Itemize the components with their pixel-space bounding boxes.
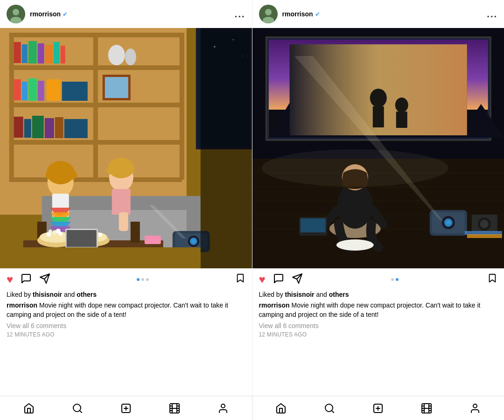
svg-point-119 bbox=[480, 220, 488, 228]
svg-rect-22 bbox=[14, 79, 21, 100]
more-button-right[interactable]: ... bbox=[487, 9, 497, 20]
likes-row-right: Liked by thisisnoir and others bbox=[259, 291, 498, 298]
avatar-right[interactable] bbox=[259, 5, 278, 23]
svg-point-53 bbox=[107, 166, 115, 175]
nav-reels-left[interactable] bbox=[169, 403, 180, 414]
dots-indicator-right bbox=[310, 278, 480, 281]
dot-3-left bbox=[146, 278, 149, 281]
svg-rect-33 bbox=[45, 118, 54, 138]
svg-rect-123 bbox=[300, 218, 325, 232]
svg-rect-10 bbox=[9, 33, 14, 180]
post-header-right: rmorrison ✔ ... bbox=[252, 0, 504, 28]
svg-rect-16 bbox=[38, 43, 44, 63]
username-right[interactable]: rmorrison bbox=[282, 10, 313, 18]
svg-rect-13 bbox=[14, 42, 21, 63]
view-comments-left[interactable]: View all 6 comments bbox=[7, 322, 245, 329]
svg-rect-17 bbox=[45, 45, 53, 63]
heart-icon-right[interactable]: ♥ bbox=[259, 274, 266, 285]
svg-rect-31 bbox=[24, 119, 31, 138]
svg-rect-27 bbox=[62, 82, 88, 101]
svg-point-49 bbox=[68, 170, 77, 180]
liked-by-user1-right[interactable]: thisisnoir bbox=[285, 291, 315, 298]
svg-rect-81 bbox=[0, 247, 201, 268]
comment-icon-right[interactable] bbox=[273, 273, 284, 286]
nav-profile-right[interactable] bbox=[469, 403, 481, 414]
svg-rect-12 bbox=[180, 33, 184, 180]
svg-rect-121 bbox=[467, 234, 502, 238]
nav-add-right[interactable] bbox=[372, 403, 384, 414]
svg-rect-25 bbox=[38, 81, 44, 101]
svg-point-20 bbox=[108, 45, 125, 65]
post-image-left bbox=[0, 28, 252, 268]
liked-by-others-left[interactable]: others bbox=[77, 291, 97, 298]
bookmark-icon-left[interactable] bbox=[235, 273, 245, 286]
svg-rect-99 bbox=[289, 44, 467, 135]
likes-row-left: Liked by thisisnoir and others bbox=[7, 291, 245, 298]
caption-username-left[interactable]: rmorrison bbox=[7, 301, 37, 309]
dot-1-left bbox=[137, 278, 140, 281]
dots-indicator-left bbox=[58, 278, 227, 281]
svg-point-48 bbox=[46, 170, 55, 180]
svg-point-75 bbox=[191, 239, 196, 244]
svg-rect-14 bbox=[22, 44, 28, 63]
liked-by-others-right[interactable]: others bbox=[329, 291, 349, 298]
liked-by-text-right: Liked by bbox=[259, 291, 283, 298]
post-header-left-content: rmorrison ✔ bbox=[7, 5, 68, 23]
post-header-right-content: rmorrison ✔ bbox=[259, 5, 320, 23]
nav-add-left[interactable] bbox=[120, 403, 132, 414]
svg-point-21 bbox=[125, 49, 136, 65]
avatar-left[interactable] bbox=[7, 5, 25, 23]
action-bar-right: ♥ bbox=[252, 268, 504, 291]
more-button-left[interactable]: ... bbox=[235, 9, 245, 20]
caption-text-right: Movie night with dope new compact projec… bbox=[259, 301, 481, 318]
action-bar-left: ♥ bbox=[0, 268, 252, 291]
view-comments-right[interactable]: View all 6 comments bbox=[259, 322, 498, 329]
timestamp-right: 12 minutes ago bbox=[259, 331, 498, 338]
svg-point-1 bbox=[13, 9, 19, 15]
dot-2-right bbox=[396, 278, 399, 281]
svg-point-116 bbox=[446, 220, 450, 225]
username-left[interactable]: rmorrison bbox=[30, 10, 61, 18]
nav-right bbox=[252, 396, 504, 420]
svg-rect-55 bbox=[119, 212, 128, 231]
svg-rect-18 bbox=[54, 42, 60, 63]
heart-icon-left[interactable]: ♥ bbox=[7, 274, 13, 285]
svg-rect-11 bbox=[93, 33, 98, 180]
nav-search-right[interactable] bbox=[324, 403, 335, 414]
post-content-left: Liked by thisisnoir and others rmorrison… bbox=[0, 291, 252, 338]
svg-rect-23 bbox=[22, 82, 28, 100]
verified-icon-right: ✔ bbox=[315, 11, 320, 18]
post-content-right: Liked by thisisnoir and others rmorrison… bbox=[252, 291, 504, 338]
svg-point-65 bbox=[56, 229, 61, 233]
posts-container: rmorrison ✔ ... bbox=[0, 0, 504, 396]
caption-username-right[interactable]: rmorrison bbox=[259, 301, 290, 309]
nav-search-left[interactable] bbox=[72, 403, 83, 414]
svg-rect-26 bbox=[47, 79, 61, 101]
svg-rect-35 bbox=[64, 119, 88, 138]
svg-point-85 bbox=[265, 9, 272, 15]
post-right: rmorrison ✔ ... bbox=[252, 0, 504, 396]
svg-rect-76 bbox=[145, 236, 161, 244]
post-left: rmorrison ✔ ... bbox=[0, 0, 252, 396]
bottom-nav bbox=[0, 396, 504, 420]
svg-point-64 bbox=[49, 230, 52, 233]
post-image-right bbox=[252, 28, 504, 268]
svg-line-135 bbox=[332, 410, 334, 412]
caption-right: rmorrison Movie night with dope new comp… bbox=[259, 301, 498, 319]
svg-point-70 bbox=[98, 233, 102, 237]
dot-2-left bbox=[141, 278, 144, 281]
nav-profile-left[interactable] bbox=[217, 403, 229, 414]
share-icon-left[interactable] bbox=[39, 273, 50, 286]
nav-reels-right[interactable] bbox=[421, 403, 432, 414]
svg-rect-34 bbox=[55, 117, 63, 138]
svg-line-128 bbox=[79, 410, 81, 412]
username-row-right: rmorrison ✔ bbox=[282, 10, 320, 18]
username-row-left: rmorrison ✔ bbox=[30, 10, 68, 18]
nav-home-right[interactable] bbox=[275, 403, 287, 414]
caption-left: rmorrison Movie night with dope new comp… bbox=[7, 301, 245, 319]
bookmark-icon-right[interactable] bbox=[487, 273, 497, 286]
share-icon-right[interactable] bbox=[292, 273, 303, 286]
liked-by-user1-left[interactable]: thisisnoir bbox=[33, 291, 62, 298]
comment-icon-left[interactable] bbox=[21, 273, 32, 286]
nav-home-left[interactable] bbox=[23, 403, 35, 414]
